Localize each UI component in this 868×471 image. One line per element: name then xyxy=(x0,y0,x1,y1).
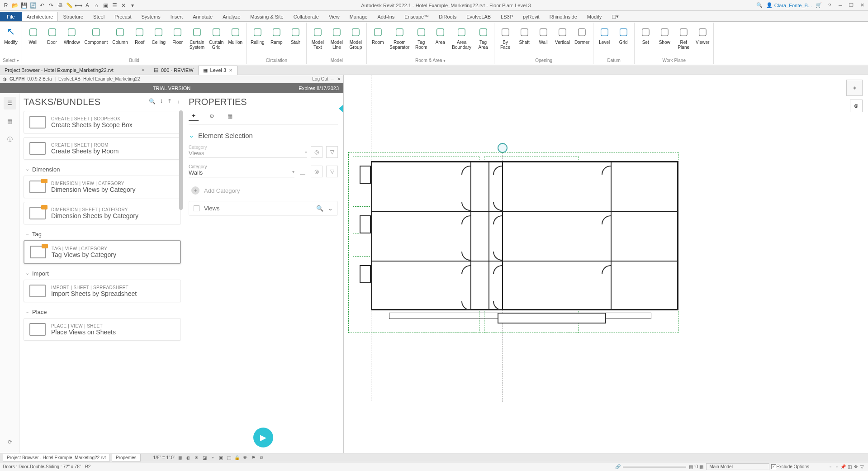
filter-selection-icon[interactable]: ▽ xyxy=(859,464,865,470)
tab-massing-site[interactable]: Massing & Site xyxy=(245,12,288,21)
railing-button[interactable]: ▢Railing xyxy=(248,24,266,46)
detail-level-icon[interactable]: ▦ xyxy=(177,455,183,461)
tab-modify[interactable]: Modify xyxy=(582,12,607,21)
window-button[interactable]: ▢Window xyxy=(62,24,82,46)
scrollbar-thumb[interactable] xyxy=(179,110,183,210)
remove-icon[interactable]: — xyxy=(298,171,307,177)
tab-pyrevit[interactable]: pyRevit xyxy=(518,12,545,21)
refresh-nav-icon[interactable]: ⟳ xyxy=(4,436,16,448)
measure-icon[interactable]: 📏 xyxy=(65,1,73,10)
component-button[interactable]: ▢Component xyxy=(83,24,110,46)
properties-bottom-tab[interactable]: Properties xyxy=(112,454,141,461)
tab-context[interactable]: ▢▾ xyxy=(607,11,624,21)
model-text-button[interactable]: ▢Model Text xyxy=(308,24,327,51)
element-selection-header[interactable]: ⌄ Element Selection xyxy=(189,131,338,139)
rendering-icon[interactable]: ⚬ xyxy=(209,455,216,461)
tab-analyze[interactable]: Analyze xyxy=(218,12,245,21)
tab-systems[interactable]: Systems xyxy=(136,12,165,21)
model-line-button[interactable]: ▢Model Line xyxy=(327,24,346,51)
closet[interactable] xyxy=(360,265,371,283)
task-group-place[interactable]: Place xyxy=(24,306,181,318)
download-icon[interactable]: ⤓ xyxy=(159,98,164,106)
minimize-icon[interactable]: ─ xyxy=(836,1,844,10)
editable-only-icon[interactable]: ▦ xyxy=(698,464,704,470)
main-model-selector[interactable]: Main Model xyxy=(706,463,769,470)
close-views-icon[interactable]: ✕ xyxy=(119,1,128,10)
model-group-button[interactable]: ▢Model Group xyxy=(346,24,365,51)
3d-icon[interactable]: ⌂ xyxy=(92,1,100,10)
curtain-grid-button[interactable]: ▢Curtain Grid xyxy=(207,24,225,51)
level3-view-tab[interactable]: ▦ Level 3 ✕ xyxy=(198,66,237,75)
tag-area-button[interactable]: ▢Tag Area xyxy=(474,24,492,51)
room-button[interactable]: ▢Room xyxy=(369,24,387,46)
tab-rhinoinside[interactable]: Rhino.Inside xyxy=(545,12,582,21)
worksharing-icon[interactable]: ⧉ xyxy=(258,455,265,461)
task-card[interactable]: DIMENSION | VIEW | CATEGORYDimension Vie… xyxy=(24,176,181,198)
exterior-wall[interactable] xyxy=(371,161,678,310)
pick-icon[interactable]: ◎ xyxy=(311,146,323,158)
grid-button[interactable]: ▢Grid xyxy=(614,24,632,46)
interior-wall[interactable] xyxy=(371,261,678,262)
cart-icon[interactable]: 🛒 xyxy=(815,1,823,10)
interior-wall[interactable] xyxy=(611,161,612,310)
roomarea-group-label[interactable]: Room & Area ▾ xyxy=(415,57,446,63)
interior-wall[interactable] xyxy=(502,161,503,310)
views-checkbox[interactable] xyxy=(194,205,199,211)
task-card[interactable]: CREATE | SHEET | SCOPEBOXCreate Sheets b… xyxy=(24,111,181,133)
navigation-cube[interactable]: ◈ xyxy=(846,80,863,96)
task-card[interactable]: PLACE | VIEW | SHEETPlace Views on Sheet… xyxy=(24,318,181,341)
tab-precast[interactable]: Precast xyxy=(109,12,136,21)
tab-collaborate[interactable]: Collaborate xyxy=(289,12,324,21)
floor-button[interactable]: ▢Floor xyxy=(169,24,187,46)
grid-bubble[interactable] xyxy=(498,143,508,153)
visual-style-icon[interactable]: ◐ xyxy=(185,455,191,461)
interior-wall[interactable] xyxy=(371,211,678,212)
search-icon[interactable]: 🔍 xyxy=(149,98,156,106)
wall-button[interactable]: ▢Wall xyxy=(534,24,552,46)
drag-elements-icon[interactable]: ✥ xyxy=(853,464,859,470)
dropdown-icon[interactable]: ▾ xyxy=(292,169,294,176)
tab-file[interactable]: File xyxy=(0,12,22,21)
sun-path-icon[interactable]: ☀ xyxy=(193,455,199,461)
crop-view-icon[interactable]: ▣ xyxy=(218,455,224,461)
roof-button[interactable]: ▢Roof xyxy=(131,24,149,46)
area-boundary-button[interactable]: ▢Area Boundary xyxy=(450,24,473,51)
area-button[interactable]: ▢Area xyxy=(431,24,449,46)
section-icon[interactable]: ▣ xyxy=(101,1,109,10)
views-row[interactable]: Views 🔍 ⌄ xyxy=(189,201,338,216)
tag-room-button[interactable]: ▢Tag Room xyxy=(412,24,430,51)
entrance[interactable] xyxy=(498,313,606,324)
tab-steel[interactable]: Steel xyxy=(88,12,109,21)
print-icon[interactable]: 🖶 xyxy=(56,1,64,10)
search-icon[interactable]: 🔍 xyxy=(755,1,764,10)
by-face-button[interactable]: ▢By Face xyxy=(496,24,514,51)
tab-diroots[interactable]: DiRoots xyxy=(434,12,461,21)
door-button[interactable]: ▢Door xyxy=(43,24,61,46)
project-browser-bottom-tab[interactable]: Project Browser - Hotel Example_Marketin… xyxy=(3,454,110,461)
tab-view[interactable]: View xyxy=(324,12,345,21)
ceiling-button[interactable]: ▢Ceiling xyxy=(150,24,168,46)
column-button[interactable]: ▢Column xyxy=(110,24,129,46)
tab-structure[interactable]: Structure xyxy=(58,12,88,21)
tab-ls3p[interactable]: LS3P xyxy=(496,12,518,21)
props-tab-magic[interactable]: ✦ xyxy=(189,112,199,121)
tab-enscape[interactable]: Enscape™ xyxy=(399,12,434,21)
curtain-system-button[interactable]: ▢Curtain System xyxy=(188,24,206,51)
closet[interactable] xyxy=(360,166,371,184)
closet[interactable] xyxy=(360,215,371,233)
collapse-panel-icon[interactable] xyxy=(339,102,343,115)
task-card[interactable]: CREATE | SHEET | ROOMCreate Sheets by Ro… xyxy=(24,137,181,160)
close-icon[interactable]: ✕ xyxy=(858,1,866,10)
project-browser-tab[interactable]: Project Browser - Hotel Example_Marketin… xyxy=(0,66,149,74)
shadows-icon[interactable]: ◪ xyxy=(201,455,208,461)
tab-addins[interactable]: Add-Ins xyxy=(372,12,399,21)
pick-icon[interactable]: ◎ xyxy=(311,166,323,177)
steering-wheel-icon[interactable]: ⊚ xyxy=(850,100,863,112)
text-icon[interactable]: A xyxy=(83,1,91,10)
redo-icon[interactable]: ↷ xyxy=(47,1,55,10)
glyph-close-icon[interactable]: ✕ xyxy=(337,76,341,81)
drawing-canvas[interactable]: ◈ ⊚ xyxy=(344,75,868,453)
ref-plane-button[interactable]: ▢Ref Plane xyxy=(674,24,693,51)
modify-button[interactable]: ↖ Modify xyxy=(2,24,20,46)
worksets-selector[interactable] xyxy=(623,466,686,468)
